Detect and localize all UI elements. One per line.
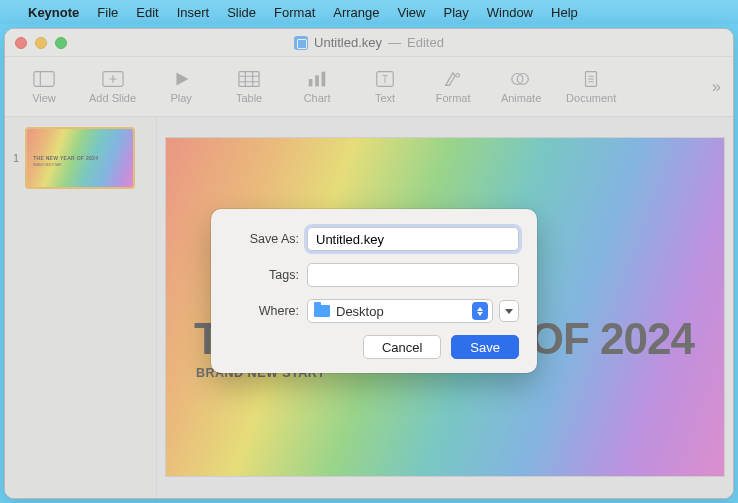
expand-save-panel-button[interactable] [499, 300, 519, 322]
save-dialog: Save As: Tags: Where: Desktop Cancel Sav… [211, 209, 537, 373]
table-icon [238, 70, 260, 88]
keynote-window: Untitled.key — Edited View Add Slide Pla… [4, 28, 734, 499]
title-separator: — [388, 35, 401, 50]
menu-file[interactable]: File [97, 5, 118, 20]
toolbar-format[interactable]: Format [430, 70, 476, 104]
toolbar-text-label: Text [375, 92, 395, 104]
toolbar-animate[interactable]: Animate [498, 70, 544, 104]
toolbar-view[interactable]: View [21, 70, 67, 104]
document-name: Untitled.key [314, 35, 382, 50]
animate-icon [510, 70, 532, 88]
toolbar: View Add Slide Play Table Chart T Text F… [5, 57, 733, 117]
toolbar-view-label: View [32, 92, 56, 104]
svg-rect-11 [309, 79, 313, 86]
title-bar: Untitled.key — Edited [5, 29, 733, 57]
thumb-subtitle: BRAND NEW START [33, 163, 62, 167]
save-as-label: Save As: [229, 232, 299, 246]
where-popup[interactable]: Desktop [307, 299, 493, 323]
toolbar-play-label: Play [170, 92, 191, 104]
svg-rect-6 [239, 71, 259, 86]
svg-rect-12 [315, 75, 319, 86]
toolbar-document[interactable]: Document [566, 70, 616, 104]
close-window-button[interactable] [15, 37, 27, 49]
svg-text:T: T [382, 73, 388, 84]
tags-label: Tags: [229, 268, 299, 282]
slide-number: 1 [13, 152, 19, 164]
toolbar-add-slide[interactable]: Add Slide [89, 70, 136, 104]
toolbar-format-label: Format [436, 92, 471, 104]
thumb-title: THE NEW YEAR OF 2024 [33, 155, 98, 161]
save-as-input[interactable] [307, 227, 519, 251]
menu-insert[interactable]: Insert [177, 5, 210, 20]
chart-icon [306, 70, 328, 88]
text-icon: T [374, 70, 396, 88]
slide-thumbnail[interactable]: THE NEW YEAR OF 2024 BRAND NEW START [25, 127, 135, 189]
toolbar-chart[interactable]: Chart [294, 70, 340, 104]
menu-window[interactable]: Window [487, 5, 533, 20]
toolbar-document-label: Document [566, 92, 616, 104]
tags-input[interactable] [307, 263, 519, 287]
popup-arrows-icon [472, 302, 488, 320]
add-slide-icon [102, 70, 124, 88]
folder-icon [314, 305, 330, 317]
menu-slide[interactable]: Slide [227, 5, 256, 20]
svg-rect-0 [34, 71, 54, 86]
document-icon [580, 70, 602, 88]
cancel-button[interactable]: Cancel [363, 335, 441, 359]
document-status: Edited [407, 35, 444, 50]
minimize-window-button[interactable] [35, 37, 47, 49]
slide-navigator: 1 THE NEW YEAR OF 2024 BRAND NEW START [5, 117, 157, 498]
toolbar-play[interactable]: Play [158, 70, 204, 104]
toolbar-text[interactable]: T Text [362, 70, 408, 104]
menu-play[interactable]: Play [443, 5, 468, 20]
where-value: Desktop [336, 304, 384, 319]
zoom-window-button[interactable] [55, 37, 67, 49]
toolbar-chart-label: Chart [304, 92, 331, 104]
where-label: Where: [229, 304, 299, 318]
svg-point-16 [456, 73, 460, 77]
toolbar-add-slide-label: Add Slide [89, 92, 136, 104]
window-controls [15, 37, 67, 49]
play-icon [170, 70, 192, 88]
menu-arrange[interactable]: Arrange [333, 5, 379, 20]
save-button[interactable]: Save [451, 335, 519, 359]
menu-edit[interactable]: Edit [136, 5, 158, 20]
svg-marker-5 [177, 72, 189, 85]
app-menu[interactable]: Keynote [28, 5, 79, 20]
slide-thumbnail-row[interactable]: 1 THE NEW YEAR OF 2024 BRAND NEW START [13, 127, 148, 189]
window-title: Untitled.key — Edited [294, 35, 444, 50]
menu-view[interactable]: View [398, 5, 426, 20]
menu-format[interactable]: Format [274, 5, 315, 20]
document-proxy-icon[interactable] [294, 36, 308, 50]
toolbar-table-label: Table [236, 92, 262, 104]
toolbar-animate-label: Animate [501, 92, 541, 104]
svg-rect-13 [322, 71, 326, 86]
toolbar-overflow-button[interactable]: » [712, 78, 721, 96]
toolbar-table[interactable]: Table [226, 70, 272, 104]
menu-bar: Keynote File Edit Insert Slide Format Ar… [0, 0, 738, 24]
view-icon [33, 70, 55, 88]
format-icon [442, 70, 464, 88]
menu-help[interactable]: Help [551, 5, 578, 20]
